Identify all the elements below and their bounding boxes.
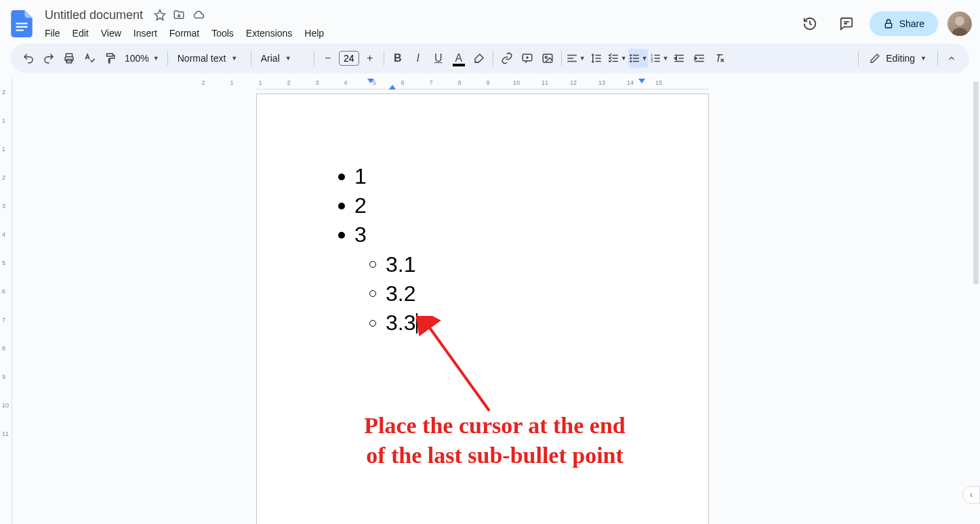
bullet-circle-icon bbox=[369, 261, 376, 268]
font-size-control: − + bbox=[319, 49, 380, 68]
title-area: Untitled document File Edit View Insert … bbox=[38, 7, 796, 41]
menu-bar: File Edit View Insert Format Tools Exten… bbox=[38, 25, 796, 41]
move-to-folder-icon[interactable] bbox=[173, 9, 185, 21]
vertical-scrollbar[interactable] bbox=[973, 81, 979, 285]
add-comment-button[interactable] bbox=[518, 49, 537, 68]
svg-line-19 bbox=[427, 324, 489, 411]
numbered-list-button[interactable]: 123▼ bbox=[649, 49, 669, 68]
document-title[interactable]: Untitled document bbox=[41, 7, 147, 24]
chevron-down-icon: ▼ bbox=[579, 55, 586, 62]
chevron-down-icon: ▼ bbox=[920, 55, 926, 62]
underline-button[interactable]: U bbox=[429, 49, 448, 68]
chevron-down-icon: ▼ bbox=[642, 55, 648, 62]
workspace: 21123456789101112131415 211234567891011 … bbox=[0, 79, 980, 524]
svg-point-11 bbox=[630, 58, 632, 60]
svg-text:3: 3 bbox=[651, 59, 653, 63]
chevron-down-icon: ▼ bbox=[231, 55, 237, 62]
svg-rect-15 bbox=[632, 61, 638, 62]
italic-button[interactable]: I bbox=[409, 49, 428, 68]
list-item: 3.3 bbox=[369, 308, 417, 338]
increase-font-size-button[interactable]: + bbox=[361, 49, 380, 68]
cloud-status-icon[interactable] bbox=[192, 9, 205, 21]
svg-point-12 bbox=[630, 60, 632, 62]
chevron-down-icon: ▼ bbox=[621, 55, 627, 62]
svg-point-10 bbox=[630, 54, 632, 56]
horizontal-ruler[interactable]: 21123456789101112131415 bbox=[256, 79, 709, 89]
svg-rect-3 bbox=[885, 23, 891, 28]
svg-rect-13 bbox=[632, 55, 638, 56]
pencil-icon bbox=[870, 53, 880, 64]
insert-link-button[interactable] bbox=[497, 49, 516, 68]
menu-help[interactable]: Help bbox=[299, 25, 329, 41]
show-side-panel-button[interactable]: ‹ bbox=[962, 486, 980, 504]
line-spacing-button[interactable] bbox=[587, 49, 606, 68]
bold-button[interactable]: B bbox=[388, 49, 407, 68]
redo-button[interactable] bbox=[39, 49, 58, 68]
paragraph-style-select[interactable]: Normal text▼ bbox=[172, 53, 247, 64]
list-item: 3.2 bbox=[369, 279, 417, 308]
increase-indent-button[interactable] bbox=[690, 49, 709, 68]
chevron-down-icon: ▼ bbox=[285, 55, 291, 62]
print-button[interactable] bbox=[60, 49, 79, 68]
align-button[interactable]: ▼ bbox=[566, 49, 586, 68]
share-button[interactable]: Share bbox=[870, 12, 938, 36]
bullet-circle-icon bbox=[369, 320, 376, 327]
list-item: 1 bbox=[338, 162, 417, 191]
menu-file[interactable]: File bbox=[39, 25, 66, 41]
insert-image-button[interactable] bbox=[538, 49, 557, 68]
menu-insert[interactable]: Insert bbox=[128, 25, 163, 41]
svg-rect-0 bbox=[16, 23, 27, 24]
avatar[interactable] bbox=[947, 12, 972, 36]
history-icon[interactable] bbox=[796, 10, 823, 37]
collapse-toolbar-button[interactable] bbox=[942, 49, 961, 68]
clear-formatting-button[interactable] bbox=[710, 49, 729, 68]
bulleted-list-button[interactable]: ▼ bbox=[628, 49, 648, 68]
decrease-indent-button[interactable] bbox=[670, 49, 689, 68]
chevron-down-icon: ▼ bbox=[663, 55, 669, 62]
star-icon[interactable] bbox=[154, 9, 166, 21]
bullet-circle-icon bbox=[369, 290, 376, 297]
zoom-select[interactable]: 100%▼ bbox=[121, 53, 163, 64]
comments-icon[interactable] bbox=[833, 10, 860, 37]
share-label: Share bbox=[899, 18, 924, 29]
checklist-button[interactable]: ▼ bbox=[607, 49, 627, 68]
list-item: 2 bbox=[338, 191, 417, 220]
list-item: 3 bbox=[338, 220, 417, 249]
menu-view[interactable]: View bbox=[96, 25, 127, 41]
menu-tools[interactable]: Tools bbox=[206, 25, 239, 41]
menu-format[interactable]: Format bbox=[164, 25, 205, 41]
document-content[interactable]: 1 2 3 3.1 3.2 3.3 bbox=[338, 162, 417, 338]
bullet-disc-icon bbox=[338, 232, 345, 239]
font-family-select[interactable]: Arial▼ bbox=[256, 53, 310, 64]
toolbar: 100%▼ Normal text▼ Arial▼ − + B I U A ▼ … bbox=[11, 43, 969, 73]
lock-icon bbox=[883, 18, 894, 29]
list-item: 3.1 bbox=[369, 250, 417, 279]
annotation-text: Place the cursor at the end of the last … bbox=[305, 411, 685, 470]
vertical-ruler[interactable]: 211234567891011 bbox=[0, 79, 12, 524]
spellcheck-button[interactable] bbox=[80, 49, 99, 68]
svg-point-4 bbox=[955, 16, 964, 26]
undo-button[interactable] bbox=[19, 49, 38, 68]
paint-format-button[interactable] bbox=[100, 49, 119, 68]
svg-rect-2 bbox=[16, 30, 23, 31]
menu-extensions[interactable]: Extensions bbox=[241, 25, 298, 41]
bullet-disc-icon bbox=[338, 174, 345, 180]
font-size-input[interactable] bbox=[339, 51, 359, 66]
chevron-down-icon: ▼ bbox=[153, 55, 159, 62]
svg-point-9 bbox=[545, 56, 547, 58]
svg-rect-1 bbox=[16, 26, 27, 28]
app-header: Untitled document File Edit View Insert … bbox=[0, 0, 980, 43]
text-color-button[interactable]: A bbox=[449, 49, 468, 68]
menu-edit[interactable]: Edit bbox=[67, 25, 94, 41]
mode-select[interactable]: Editing ▼ bbox=[863, 53, 933, 64]
docs-logo[interactable] bbox=[8, 10, 35, 37]
bullet-disc-icon bbox=[338, 203, 345, 209]
decrease-font-size-button[interactable]: − bbox=[319, 49, 338, 68]
svg-rect-14 bbox=[632, 58, 638, 59]
annotation-arrow bbox=[415, 316, 503, 418]
highlight-color-button[interactable] bbox=[470, 49, 489, 68]
